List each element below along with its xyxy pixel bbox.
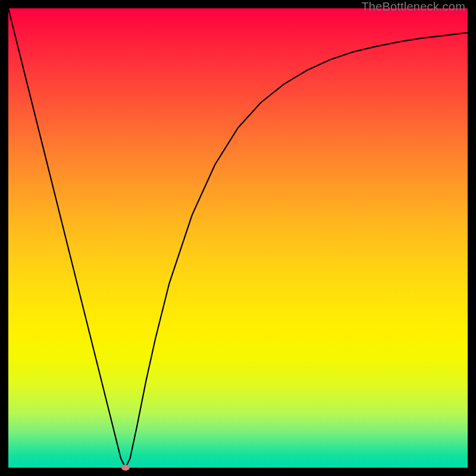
bottleneck-curve bbox=[8, 8, 468, 468]
plot-area bbox=[8, 8, 468, 468]
minimum-marker bbox=[121, 465, 130, 471]
chart-frame bbox=[8, 8, 468, 468]
curve-layer bbox=[8, 8, 468, 468]
watermark-text: TheBottleneck.com bbox=[361, 0, 465, 14]
